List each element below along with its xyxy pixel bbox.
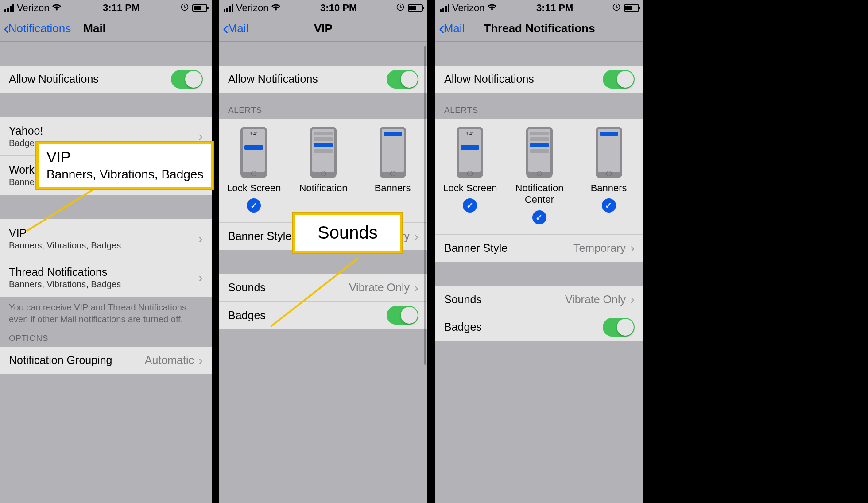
callout-title: Sounds bbox=[318, 223, 378, 243]
grouping-label: Notification Grouping bbox=[9, 354, 112, 367]
carrier-label: Verizon bbox=[236, 2, 268, 14]
badges-toggle[interactable] bbox=[603, 318, 635, 337]
allow-toggle[interactable] bbox=[603, 70, 635, 89]
scrollbar[interactable] bbox=[424, 46, 426, 365]
banners-preview-icon bbox=[596, 127, 622, 178]
nav-bar: ‹ Mail VIP bbox=[219, 16, 427, 42]
alert-style-picker: 9:41 Lock Screen ✓ Notification Center ✓… bbox=[435, 119, 643, 235]
alert-label: Notification bbox=[299, 182, 348, 194]
banner-style-label: Banner Style bbox=[444, 242, 508, 255]
options-header: OPTIONS bbox=[0, 330, 212, 347]
status-bar: Verizon 3:11 PM bbox=[435, 0, 643, 16]
wifi-icon bbox=[52, 4, 62, 12]
page-title: Thread Notifications bbox=[435, 22, 643, 35]
alert-option-lockscreen[interactable]: 9:41 Lock Screen ✓ bbox=[220, 127, 288, 213]
battery-icon bbox=[192, 4, 207, 12]
back-button[interactable]: ‹ Mail bbox=[223, 22, 248, 35]
sounds-value: Vibrate Only bbox=[565, 293, 626, 306]
chevron-right-icon: › bbox=[198, 231, 203, 246]
vip-detail: Banners, Vibrations, Badges bbox=[9, 240, 121, 251]
check-icon: ✓ bbox=[463, 198, 477, 213]
badges-row[interactable]: Badges bbox=[219, 302, 427, 329]
callout-title: VIP bbox=[46, 148, 203, 166]
allow-notifications-row[interactable]: Allow Notifications bbox=[0, 66, 212, 93]
banner-style-label: Banner Style bbox=[228, 230, 291, 243]
allow-label: Allow Notifications bbox=[444, 73, 534, 85]
callout-sounds: Sounds bbox=[293, 213, 402, 253]
alert-option-notification-center[interactable]: Notification Center ✓ bbox=[505, 127, 574, 224]
allow-notifications-row[interactable]: Allow Notifications bbox=[435, 66, 643, 93]
alert-label: Lock Screen bbox=[443, 182, 497, 194]
vip-row[interactable]: VIP Banners, Vibrations, Badges › bbox=[0, 219, 212, 258]
alert-option-notification-center[interactable]: Notification bbox=[289, 127, 357, 213]
status-time: 3:10 PM bbox=[320, 2, 357, 14]
callout-vip: VIP Banners, Vibrations, Badges bbox=[36, 142, 213, 189]
alert-label: Lock Screen bbox=[227, 182, 281, 194]
signal-bars-icon bbox=[4, 4, 14, 12]
badges-label: Badges bbox=[444, 321, 482, 333]
carrier-label: Verizon bbox=[452, 2, 484, 14]
account-name: Work bbox=[9, 163, 38, 176]
alert-option-banners[interactable]: Banners bbox=[358, 127, 427, 213]
status-time: 3:11 PM bbox=[536, 2, 573, 14]
chevron-right-icon: › bbox=[414, 280, 418, 295]
thread-detail: Banners, Vibrations, Badges bbox=[9, 279, 121, 290]
allow-toggle[interactable] bbox=[171, 70, 203, 89]
rotation-lock-icon bbox=[181, 3, 189, 13]
rotation-lock-icon bbox=[612, 3, 620, 13]
badges-label: Badges bbox=[228, 309, 266, 322]
thread-notifications-row[interactable]: Thread Notifications Banners, Vibrations… bbox=[0, 258, 212, 297]
signal-bars-icon bbox=[224, 4, 233, 12]
alerts-header: ALERTS bbox=[219, 93, 427, 119]
wifi-icon bbox=[271, 4, 281, 12]
battery-icon bbox=[408, 4, 423, 12]
page-title: VIP bbox=[219, 22, 427, 35]
alert-label: Notification Center bbox=[505, 182, 574, 206]
alert-option-banners[interactable]: Banners ✓ bbox=[574, 127, 643, 224]
thread-name: Thread Notifications bbox=[9, 266, 121, 279]
rotation-lock-icon bbox=[396, 3, 404, 13]
chevron-right-icon: › bbox=[630, 240, 635, 255]
sounds-label: Sounds bbox=[228, 281, 266, 294]
status-time: 3:11 PM bbox=[103, 2, 140, 14]
chevron-right-icon: › bbox=[198, 270, 203, 285]
allow-toggle[interactable] bbox=[387, 70, 418, 89]
notification-grouping-row[interactable]: Notification Grouping Automatic › bbox=[0, 347, 212, 374]
callout-sub: Banners, Vibrations, Badges bbox=[46, 167, 203, 182]
sounds-row[interactable]: Sounds Vibrate Only› bbox=[435, 286, 643, 313]
battery-icon bbox=[624, 4, 639, 12]
screenshot-thread-notifications-settings: Verizon 3:11 PM ‹ Mail Thread Notificati… bbox=[435, 0, 643, 503]
banner-style-row[interactable]: Banner Style Temporary› bbox=[435, 235, 643, 262]
allow-notifications-row[interactable]: Allow Notifications bbox=[219, 66, 427, 93]
vip-name: VIP bbox=[9, 227, 121, 240]
carrier-label: Verizon bbox=[17, 2, 49, 14]
notification-center-preview-icon bbox=[310, 127, 337, 178]
chevron-right-icon: › bbox=[198, 353, 203, 368]
sounds-row[interactable]: Sounds Vibrate Only› bbox=[219, 274, 427, 302]
banner-style-value: Temporary bbox=[574, 242, 626, 255]
signal-bars-icon bbox=[440, 4, 450, 12]
alert-label: Banners bbox=[591, 182, 627, 194]
sounds-label: Sounds bbox=[444, 293, 482, 306]
chevron-right-icon: › bbox=[414, 229, 418, 244]
check-icon: ✓ bbox=[532, 210, 546, 224]
back-button[interactable]: ‹ Mail bbox=[439, 22, 465, 35]
back-button[interactable]: ‹ Notifications bbox=[4, 22, 71, 35]
lockscreen-preview-icon: 9:41 bbox=[240, 127, 267, 178]
account-detail: Banner bbox=[9, 177, 38, 187]
explain-text: You can receive VIP and Thread Notificat… bbox=[0, 297, 212, 330]
chevron-right-icon: › bbox=[630, 292, 635, 307]
alert-label: Banners bbox=[375, 182, 411, 194]
alert-option-lockscreen[interactable]: 9:41 Lock Screen ✓ bbox=[436, 127, 504, 224]
badges-row[interactable]: Badges bbox=[435, 313, 643, 341]
account-name: Yahoo! bbox=[9, 124, 43, 137]
banners-preview-icon bbox=[380, 127, 406, 178]
screenshot-mail-settings: Verizon 3:11 PM ‹ Notifications Mail Al bbox=[0, 0, 212, 503]
lockscreen-preview-icon: 9:41 bbox=[457, 127, 483, 178]
allow-label: Allow Notifications bbox=[9, 73, 99, 85]
allow-label: Allow Notifications bbox=[228, 73, 318, 85]
alerts-header: ALERTS bbox=[435, 93, 643, 119]
back-label: Mail bbox=[228, 22, 249, 35]
badges-toggle[interactable] bbox=[387, 306, 418, 325]
status-bar: Verizon 3:10 PM bbox=[219, 0, 427, 16]
